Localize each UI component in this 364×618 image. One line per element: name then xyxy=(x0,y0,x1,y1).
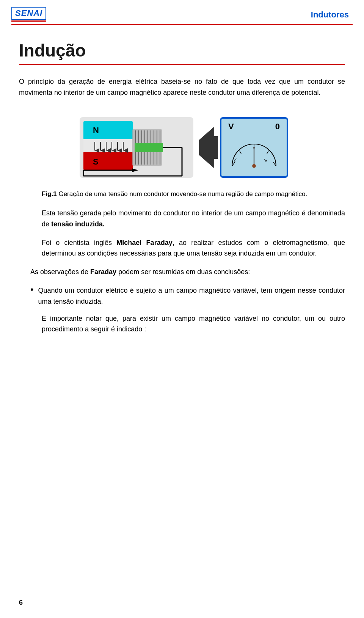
svg-marker-29 xyxy=(199,127,218,168)
para4: É importante notar que, para existir um … xyxy=(19,313,345,335)
para3-suffix: podem ser resumidas em duas conclusões: xyxy=(116,268,250,276)
para2: Foi o cientista inglês Michael Faraday, … xyxy=(19,237,345,259)
logo-text: SENAI xyxy=(11,7,46,20)
main-content: Indução O princípio da geração de energi… xyxy=(0,25,364,358)
header: SENAI Indutores xyxy=(0,0,364,22)
svg-rect-16 xyxy=(135,143,163,152)
bullet-text-1: Quando um condutor elétrico é sujeito a … xyxy=(38,285,345,307)
para4-text: É importante notar que, para existir um … xyxy=(42,315,345,333)
figure-caption: Fig.1 Geração de uma tensão num condutor… xyxy=(42,189,322,199)
illustration: N S xyxy=(76,110,288,185)
page-title: Indução xyxy=(19,40,345,61)
para2-bold1: Michael Faraday xyxy=(116,239,172,246)
svg-point-38 xyxy=(252,164,256,168)
fig-caption-text: Geração de uma tensão num condutor moven… xyxy=(58,190,307,198)
figure: N S xyxy=(19,110,345,185)
para3: As observações de Faraday podem ser resu… xyxy=(19,267,345,278)
svg-line-31 xyxy=(239,151,241,154)
svg-line-33 xyxy=(267,151,269,154)
voltmeter-zero-label: 0 xyxy=(275,122,280,132)
svg-text:↙: ↙ xyxy=(233,157,237,163)
voltmeter: V 0 ↙ ↘ xyxy=(220,117,288,178)
title-underline xyxy=(19,64,345,65)
bullet-dot-1: • xyxy=(30,284,33,295)
svg-marker-39 xyxy=(253,145,255,148)
page-number: 6 xyxy=(19,599,23,607)
para3-prefix: As observações de xyxy=(30,268,90,276)
magnet-coil-diagram: N S xyxy=(76,110,197,185)
logo: SENAI xyxy=(11,7,46,22)
svg-rect-3 xyxy=(83,139,133,152)
svg-text:↘: ↘ xyxy=(263,157,267,163)
voltmeter-v-label: V xyxy=(228,122,234,132)
voltmeter-header: V 0 xyxy=(224,122,284,132)
svg-rect-1 xyxy=(83,121,133,140)
page-subject-title: Indutores xyxy=(311,10,349,20)
svg-text:N: N xyxy=(93,125,99,135)
para1: Esta tensão gerada pelo movimento do con… xyxy=(19,208,345,230)
bullet-item-1: • Quando um condutor elétrico é sujeito … xyxy=(19,285,345,307)
logo-underline xyxy=(11,20,46,22)
voltmeter-gauge: ↙ ↘ xyxy=(226,133,282,173)
svg-rect-2 xyxy=(83,151,133,170)
intro-paragraph: O princípio da geração de energia elétri… xyxy=(19,76,345,98)
para2-prefix: Foi o cientista inglês xyxy=(42,239,116,246)
svg-text:S: S xyxy=(93,157,99,166)
para1-bold: tensão induzida. xyxy=(51,220,105,228)
connection-wire xyxy=(197,125,220,170)
para3-bold: Faraday xyxy=(90,268,116,276)
fig-label: Fig.1 xyxy=(42,190,57,198)
